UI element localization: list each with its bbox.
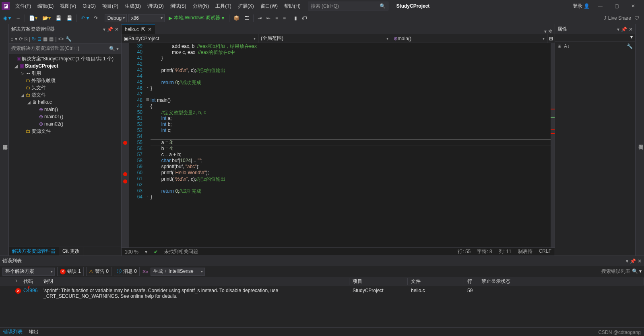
- open-button[interactable]: 📂▾: [41, 14, 52, 22]
- file-node[interactable]: ◢🗎hello.c: [9, 99, 121, 106]
- code-icon[interactable]: <>: [58, 36, 64, 42]
- live-share-button[interactable]: ⤴ Live Share: [604, 15, 631, 21]
- col-code[interactable]: 代码: [20, 278, 40, 285]
- col-icon[interactable]: ᵀ: [12, 279, 20, 284]
- tb-icon-2[interactable]: 🗔: [243, 14, 251, 22]
- project-node[interactable]: ◢▣StudyCProject: [9, 62, 121, 70]
- minimize-button[interactable]: —: [594, 3, 607, 9]
- error-search-input[interactable]: 搜索错误列表 🔍 ▾: [601, 268, 642, 275]
- save-button[interactable]: 💾: [54, 14, 63, 22]
- menu-build[interactable]: 生成(B): [122, 3, 144, 10]
- col-line[interactable]: 行: [464, 278, 478, 285]
- tab-output[interactable]: 输出: [26, 328, 42, 336]
- show-all-icon[interactable]: ▦: [43, 36, 47, 42]
- close-button[interactable]: ✕: [627, 3, 639, 9]
- platform-dropdown[interactable]: x86: [128, 14, 165, 22]
- menu-help[interactable]: 帮助(H): [281, 3, 304, 10]
- solution-search-input[interactable]: 搜索解决方案资源管理器(Ctrl+;)🔍 ▾: [9, 44, 121, 54]
- col-proj[interactable]: 项目: [349, 278, 408, 285]
- pin-icon[interactable]: ⇱: [141, 27, 145, 32]
- menu-edit[interactable]: 编辑(E): [34, 3, 57, 10]
- tab-solution-explorer[interactable]: 解决方案资源管理器: [9, 247, 59, 256]
- warning-filter[interactable]: ⚠警告 0: [86, 267, 111, 276]
- tb-icon-4[interactable]: ⇤: [265, 14, 272, 22]
- build-intellisense-dropdown[interactable]: 生成 + IntelliSense: [151, 268, 205, 276]
- close-tab-icon[interactable]: ✕: [148, 27, 152, 32]
- menu-debug[interactable]: 调试(D): [144, 3, 167, 10]
- sync-icon[interactable]: ⟳: [19, 36, 23, 42]
- close-icon[interactable]: ✕: [638, 258, 642, 264]
- refs-node[interactable]: ▷▪▪引用: [9, 70, 121, 77]
- home-icon[interactable]: ⌂: [10, 36, 13, 42]
- tab-error-list[interactable]: 错误列表: [0, 328, 26, 336]
- clear-icon[interactable]: ✕₀: [142, 269, 148, 274]
- config-dropdown[interactable]: Debug: [105, 14, 127, 22]
- tb-icon-7[interactable]: ▮: [293, 14, 299, 22]
- tb-icon-8[interactable]: 🏷: [300, 14, 308, 22]
- col-desc[interactable]: 说明: [40, 278, 349, 285]
- code-editor[interactable]: 3940414243444546474849505152535455565758…: [122, 43, 555, 247]
- error-filter[interactable]: ✕错误 1: [57, 267, 84, 276]
- refresh-icon[interactable]: ↻: [32, 36, 36, 42]
- tab-settings-icon[interactable]: ✲: [548, 29, 552, 34]
- nav-scope-dropdown[interactable]: (全局范围): [258, 34, 391, 43]
- alphabetical-icon[interactable]: A↓: [564, 43, 570, 49]
- tab-git-changes[interactable]: Git 更改: [59, 247, 83, 256]
- tab-dropdown-icon[interactable]: ▾: [544, 29, 547, 34]
- menu-test[interactable]: 测试(S): [167, 3, 190, 10]
- fn-main02-node[interactable]: ⊕main02(): [9, 120, 121, 128]
- global-search-input[interactable]: 搜索 (Ctrl+Q)🔍: [308, 2, 388, 10]
- sources-node[interactable]: ◢🗀源文件: [9, 91, 121, 99]
- zoom-level[interactable]: 100 %: [125, 249, 138, 255]
- branch-icon[interactable]: ⎘: [25, 36, 27, 42]
- wrench-icon[interactable]: 🔧: [627, 43, 633, 49]
- split-icon[interactable]: ⊞: [547, 34, 555, 43]
- left-tab-well[interactable]: 服务器资源管理器工具箱: [0, 24, 9, 256]
- collapse-icon[interactable]: ⊟: [37, 36, 41, 42]
- right-tab-well[interactable]: 类视图: [635, 24, 644, 256]
- wrench-icon[interactable]: 🔧: [66, 36, 72, 42]
- menu-window[interactable]: 窗口(W): [257, 3, 281, 10]
- menu-file[interactable]: 文件(F): [12, 3, 34, 10]
- maximize-button[interactable]: ▢: [611, 3, 623, 9]
- props-icon[interactable]: ▤: [49, 36, 54, 42]
- tb-icon-3[interactable]: ⇥: [256, 14, 263, 22]
- nav-project-dropdown[interactable]: ▣ StudyCProject: [122, 34, 258, 43]
- categorized-icon[interactable]: ⊞: [557, 43, 561, 49]
- overview-ruler[interactable]: [551, 43, 555, 247]
- menu-analyze[interactable]: 分析(N): [190, 3, 213, 10]
- dropdown-icon[interactable]: ▾: [103, 27, 105, 32]
- solution-node[interactable]: ▣解决方案"StudyCProject"(1 个项目/共 1 个): [9, 55, 121, 62]
- info-filter[interactable]: ⓘ消息 0: [114, 267, 140, 276]
- dropdown-icon[interactable]: ▾: [617, 27, 619, 32]
- run-debugger-button[interactable]: 本地 Windows 调试器 ▾: [166, 14, 227, 21]
- tb-icon-6[interactable]: ≡: [281, 14, 287, 22]
- menu-project[interactable]: 项目(P): [99, 3, 122, 10]
- col-suppress[interactable]: 禁止显示状态: [478, 278, 644, 285]
- scope-dropdown[interactable]: 整个解决方案: [2, 268, 55, 276]
- nav-forward-button[interactable]: →: [14, 14, 22, 22]
- pin-icon[interactable]: 📌: [107, 27, 113, 32]
- error-row[interactable]: ✕ C4996 'sprintf': This function or vari…: [0, 286, 644, 301]
- nav-back-button[interactable]: ◉ ▾: [2, 14, 12, 22]
- new-button[interactable]: 📄▾: [27, 14, 39, 22]
- ext-deps-node[interactable]: 🗀外部依赖项: [9, 77, 121, 84]
- close-icon[interactable]: ✕: [115, 27, 119, 32]
- menu-view[interactable]: 视图(V): [57, 3, 79, 10]
- chevron-down-icon[interactable]: ▾: [630, 34, 633, 41]
- tb-icon-5[interactable]: ≡: [274, 14, 280, 22]
- col-file[interactable]: 文件: [408, 278, 464, 285]
- pin-icon[interactable]: 📌: [621, 27, 627, 32]
- resources-node[interactable]: 🗀资源文件: [9, 128, 121, 135]
- tb-icon-1[interactable]: 📦: [232, 14, 241, 22]
- login-button[interactable]: 登录 👤: [573, 3, 590, 10]
- menu-extensions[interactable]: 扩展(X): [235, 3, 257, 10]
- pin-icon[interactable]: 📌: [630, 258, 636, 264]
- headers-node[interactable]: 🗀头文件: [9, 84, 121, 91]
- save-all-button[interactable]: 💾: [65, 14, 74, 22]
- fn-main-node[interactable]: ⊕main(): [9, 106, 121, 113]
- fn-main01-node[interactable]: ⊕main01(): [9, 113, 121, 120]
- close-icon[interactable]: ✕: [629, 27, 633, 32]
- menu-git[interactable]: Git(G): [79, 3, 99, 9]
- nav-function-dropdown[interactable]: ⊕ main(): [391, 34, 547, 43]
